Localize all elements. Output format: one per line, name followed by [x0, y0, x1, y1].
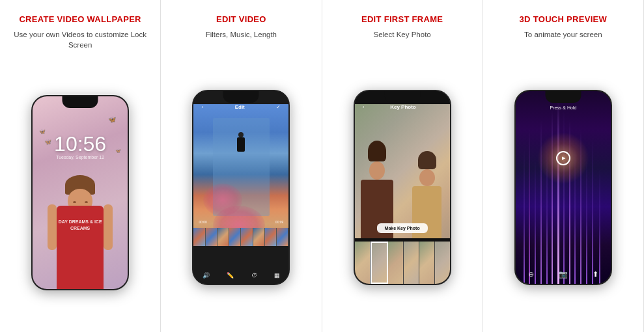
panel-edit-video: EDIT VIDEO Filters, Music, Length ‹ Edit…	[161, 0, 322, 332]
key-photo-filmstrip	[355, 242, 450, 284]
filmstrip-cell-2	[206, 228, 217, 246]
panel-3-title: EDIT FIRST FRAME	[361, 14, 443, 24]
edit-toolbar: 🔊 ✏️ ⏱ ▦	[193, 272, 288, 279]
volume-icon[interactable]: 🔊	[203, 272, 210, 279]
filmstrip-cells	[355, 242, 450, 284]
share-icon[interactable]: ⬆	[593, 270, 598, 279]
key-photo-back-button[interactable]: ‹	[363, 104, 365, 110]
filmstrip-3-cell-3[interactable]	[388, 242, 404, 284]
edit-back-button[interactable]: ‹	[201, 104, 203, 110]
edit-icon[interactable]: ✏️	[227, 272, 234, 279]
panel-1-phone-wrap: 🦋 🦋 🦋 🦋 10:56 Tuesday, September 12	[31, 59, 129, 325]
light-col-2	[529, 130, 530, 284]
time-end: 00:09	[275, 220, 284, 224]
light-col-1	[524, 148, 525, 283]
girl-shirt: DAY DREAMS & ICE CREAMS	[57, 206, 104, 289]
filmstrip-cell-7	[265, 228, 277, 246]
panel-2-title: EDIT VIDEO	[216, 14, 266, 24]
panel-2-subtitle: Filters, Music, Length	[206, 29, 277, 40]
panel-2-phone: ‹ Edit ✓	[192, 90, 290, 285]
filmstrip-3-cell-6[interactable]	[435, 242, 450, 284]
lock-screen-date: Tuesday, September 12	[33, 155, 128, 159]
panel-1-title: CREATE VIDEO WALLPAPER	[19, 14, 141, 24]
girl1-hair	[368, 141, 386, 161]
girl-figure: DAY DREAMS & ICE CREAMS	[51, 162, 109, 289]
edit-confirm-button[interactable]: ✓	[276, 104, 281, 110]
girl-eye-left	[73, 201, 76, 203]
panel-3-subtitle: Select Key Photo	[374, 29, 431, 40]
panel-4-phone: Press & Hold ⊕ 📷 ⬆	[514, 90, 612, 285]
panel-2-screen: ‹ Edit ✓	[193, 91, 288, 284]
filmstrip-cell-5	[241, 228, 253, 246]
girl-shirt-text: DAY DREAMS & ICE CREAMS	[57, 219, 104, 232]
filmstrip-cell-4	[229, 228, 241, 246]
girl-arm-left	[48, 204, 57, 250]
camera-icon[interactable]: 📷	[559, 270, 568, 279]
filmstrip-3-cell-4[interactable]	[404, 242, 419, 284]
edit-title: Edit	[235, 104, 245, 110]
time-start: 00:00	[199, 220, 207, 224]
filmstrip-3-cell-2-selected[interactable]	[371, 242, 388, 284]
butterfly-icon-4: 🦋	[44, 139, 51, 145]
key-photo-preview	[355, 104, 450, 238]
filmstrip-cell-6	[253, 228, 265, 246]
light-columns	[516, 91, 611, 284]
panel-create-video-wallpaper: CREATE VIDEO WALLPAPER Use your own Vide…	[0, 0, 161, 332]
dancer-head	[238, 132, 244, 137]
filmstrip-cell-1	[193, 228, 205, 246]
press-hold-bar: Press & Hold	[516, 105, 611, 110]
panel-4-phone-wrap: Press & Hold ⊕ 📷 ⬆	[514, 49, 612, 325]
key-photo-topbar: ‹ Key Photo	[355, 104, 450, 110]
timeline-times: 00:00 00:09	[193, 220, 288, 224]
panel-3-screen: ‹ Key Photo	[355, 91, 450, 284]
girl2-head	[419, 169, 435, 186]
panel-4-subtitle: To animate your screen	[524, 29, 602, 40]
butterfly-icon: 🦋	[108, 116, 116, 123]
filmstrip-3-cell-1[interactable]	[355, 242, 371, 284]
girl-arm-right	[104, 204, 113, 250]
press-hold-text: Press & Hold	[550, 105, 576, 110]
play-button[interactable]	[556, 151, 570, 165]
butterfly-icon-2: 🦋	[39, 129, 46, 135]
panel-2-phone-wrap: ‹ Edit ✓	[192, 49, 290, 325]
grid-icon[interactable]: ▦	[274, 272, 280, 279]
panel-3-phone-wrap: ‹ Key Photo	[354, 49, 451, 325]
butterfly-icon-3: 🦋	[115, 148, 121, 154]
make-key-photo-button[interactable]: Make Key Photo	[377, 223, 428, 233]
girl2-hair	[418, 151, 436, 169]
light-col-13	[599, 168, 600, 284]
light-col-center	[557, 100, 559, 283]
girl-eye-right	[85, 201, 88, 203]
girl1-head	[369, 161, 385, 180]
panel-3d-touch-preview: 3D TOUCH PREVIEW To animate your screen	[483, 0, 644, 332]
panel-4-screen: Press & Hold ⊕ 📷 ⬆	[516, 91, 611, 284]
timer-icon[interactable]: ⏱	[251, 272, 257, 279]
light-col-3	[535, 158, 536, 283]
panel-edit-first-frame: EDIT FIRST FRAME Select Key Photo ‹ Key …	[322, 0, 483, 332]
dancer-figure	[237, 132, 245, 152]
edit-topbar: ‹ Edit ✓	[193, 104, 288, 110]
bottom-toolbar: ⊕ 📷 ⬆	[516, 270, 611, 279]
key-photo-title: Key Photo	[390, 104, 416, 110]
panel-3-phone: ‹ Key Photo	[354, 90, 451, 285]
panel-1-subtitle: Use your own Videos to customize Lock Sc…	[7, 29, 154, 50]
panel-1-screen: 🦋 🦋 🦋 🦋 10:56 Tuesday, September 12	[33, 96, 128, 289]
filmstrip-cell-8	[277, 228, 288, 246]
filmstrip	[193, 228, 288, 246]
dancer-body	[237, 137, 245, 152]
filmstrip-cell-3	[217, 228, 229, 246]
filmstrip-3-cell-5[interactable]	[419, 242, 435, 284]
haptic-icon: ⊕	[528, 270, 534, 279]
panel-1-phone: 🦋 🦋 🦋 🦋 10:56 Tuesday, September 12	[31, 95, 129, 290]
light-col-12	[592, 139, 593, 284]
light-col-11	[586, 158, 587, 283]
panel-4-title: 3D TOUCH PREVIEW	[520, 14, 608, 24]
